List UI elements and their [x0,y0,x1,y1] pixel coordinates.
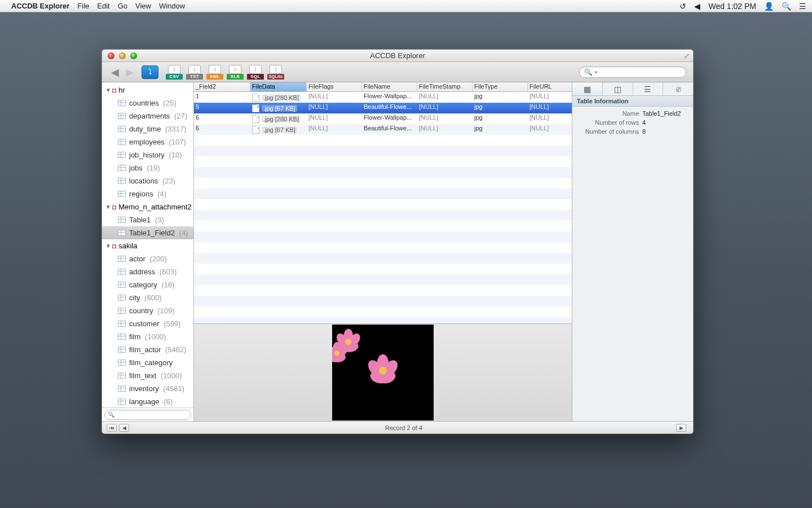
table-row[interactable]: 1.jpg [280 KB][NULL]Flower-Wallpap...[NU… [194,92,572,103]
sidebar-table-inventory[interactable]: inventory (4581) [102,382,193,395]
sidebar-table-language[interactable]: language (6) [102,395,193,408]
disclosure-icon[interactable]: ▼ [105,204,112,210]
user-icon[interactable]: 👤 [764,2,774,11]
sidebar-table-regions[interactable]: regions (4) [102,187,193,200]
inspector-section-title: Table Information [572,96,693,107]
inspector-tab-rows[interactable]: ☰ [633,82,664,95]
fullscreen-icon[interactable]: ⤢ [684,52,690,60]
sidebar-table-category[interactable]: category (16) [102,278,193,291]
database-icon: ◘ [112,203,116,211]
prop-value: Table1_Field2 [642,110,681,117]
sidebar-table-departments[interactable]: departments (27) [102,110,193,122]
export-csv-button[interactable]: CSV [165,65,183,80]
first-record-button[interactable]: ⏮ [107,424,117,432]
svg-point-6 [379,367,387,375]
database-icon: ◘ [112,242,116,250]
sidebar-table-city[interactable]: city (600) [102,291,193,304]
prev-record-button[interactable]: ◀ [119,424,129,432]
sidebar-table-duty_time[interactable]: duty_time (3317) [102,122,193,135]
sidebar-table-address[interactable]: address (603) [102,265,193,278]
app-name[interactable]: ACCDB Explorer [11,2,69,10]
table-count: (27) [172,112,187,120]
col-filename[interactable]: FileName [362,82,417,91]
table-count: (16) [160,281,175,289]
inspector-props: Name Table1_Field2Number of rows 4Number… [572,107,693,141]
sidebar-table-jobs[interactable]: jobs (19) [102,161,193,174]
table-label: film_category [129,358,173,367]
close-icon[interactable] [108,52,114,59]
table-icon [118,139,126,145]
inspector-tab-info[interactable]: ▦ [572,82,603,95]
table-icon [118,321,126,327]
col-filedata[interactable]: FileData [250,82,307,91]
prop-value: 8 [642,128,646,135]
menu-window[interactable]: Window [159,2,185,10]
inspector-tab-schema[interactable]: ⎚ [663,82,693,95]
table-row[interactable]: 6.jpg [67 KB][NULL]Beautiful-Flowe...[NU… [194,124,572,135]
sidebar-table-countries[interactable]: countries (25) [102,97,193,110]
prop-label: Number of rows [577,119,639,126]
disclosure-icon[interactable]: ▼ [105,243,112,249]
sidebar-db-Memo_n_attachment2[interactable]: ▼ ◘ Memo_n_attachment2 [102,200,193,213]
col-filets[interactable]: FileTimeStamp [417,82,473,91]
sidebar-filter-input[interactable] [104,410,191,420]
disclosure-icon[interactable]: ▼ [105,87,112,93]
search-input[interactable]: 🔍 ▾ [579,67,686,78]
sidebar-table-film_text[interactable]: film_text (1000) [102,369,193,382]
clock[interactable]: Wed 1:02 PM [708,2,756,11]
spotlight-icon[interactable]: 🔍 [782,2,791,11]
menu-view[interactable]: View [135,2,151,10]
menu-go[interactable]: Go [118,2,127,10]
prop-label: Name [577,110,639,117]
table-count: (23) [160,177,175,185]
table-count: (3317) [163,125,186,133]
sidebar-table-customer[interactable]: customer (599) [102,317,193,330]
col-fileurl[interactable]: FileURL [528,82,570,91]
col-filetype[interactable]: FileType [473,82,528,91]
sidebar-table-Table1[interactable]: Table1 (3) [102,213,193,226]
sidebar-table-country[interactable]: country (109) [102,304,193,317]
inspector-tabs: ▦ ◫ ☰ ⎚ [572,82,693,96]
nav-back-button[interactable]: ◀ [109,66,121,78]
sidebar-table-film[interactable]: film (1000) [102,330,193,343]
sidebar-table-employees[interactable]: employees (107) [102,135,193,148]
export-xml-button[interactable]: XML [206,65,224,80]
sidebar-table-locations[interactable]: locations (23) [102,174,193,187]
inspector-tab-columns[interactable]: ◫ [603,82,633,95]
table-count: (1000) [143,332,166,341]
nav-forward-button[interactable]: ▶ [123,66,136,78]
zoom-icon[interactable] [130,52,137,59]
export-sql-button[interactable]: SQL [246,65,264,80]
sidebar-table-film_category[interactable]: film_category [102,356,193,369]
preview-image [332,325,434,421]
col-field2[interactable]: _Field2 [194,82,250,91]
sidebar-table-job_history[interactable]: job_history (10) [102,148,193,161]
next-record-button[interactable]: ▶ [676,424,686,432]
minimize-icon[interactable] [119,52,126,59]
sidebar-db-sakila[interactable]: ▼ ◘ sakila [102,239,193,252]
grid-body[interactable]: 1.jpg [280 KB][NULL]Flower-Wallpap...[NU… [194,92,572,323]
sidebar-db-hr[interactable]: ▼ ◘ hr [102,84,193,97]
sidebar-table-film_actor[interactable]: film_actor (5462) [102,343,193,356]
table-tree[interactable]: ▼ ◘ hr countries (25) departments (27) d… [102,82,193,408]
run-query-button[interactable]: ⤵ [142,65,158,79]
notifications-icon[interactable]: ☰ [799,2,806,11]
table-label: jobs [129,164,143,172]
search-chevron-icon[interactable]: ▾ [595,69,598,75]
main-content: _Field2 FileData FileFlags FileName File… [194,82,572,421]
export-xls-button[interactable]: XLS [226,65,244,80]
sidebar-table-actor[interactable]: actor (200) [102,252,193,265]
table-row[interactable]: 5.jpg [67 KB][NULL]Beautiful-Flowe...[NU… [194,103,572,113]
col-fileflags[interactable]: FileFlags [307,82,362,91]
titlebar[interactable]: ACCDB Explorer ⤢ [102,50,693,62]
menu-file[interactable]: File [77,2,89,10]
table-row[interactable]: 6.jpg [280 KB][NULL]Flower-Wallpap...[NU… [194,113,572,124]
volume-icon[interactable]: ◀ [694,2,700,11]
export-sqlite-button[interactable]: SQLite [267,65,285,80]
export-txt-button[interactable]: TXT [186,65,204,80]
menu-edit[interactable]: Edit [97,2,109,10]
grid-header[interactable]: _Field2 FileData FileFlags FileName File… [194,82,572,92]
sidebar-table-Table1_Field2[interactable]: Table1_Field2 (4) [102,226,193,239]
timemachine-icon[interactable]: ↺ [679,2,686,11]
table-count [175,358,177,367]
